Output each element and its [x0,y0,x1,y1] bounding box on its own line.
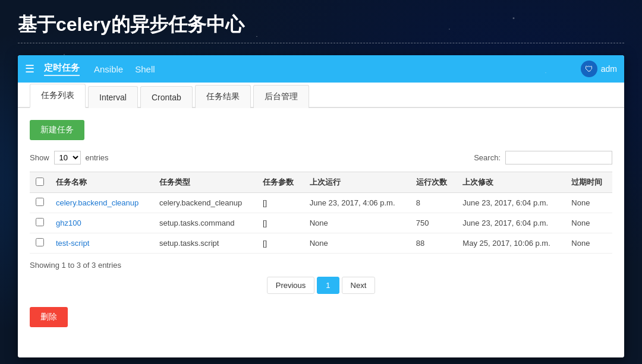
col-last-run: 上次运行 [304,172,410,193]
next-button[interactable]: Next [342,277,376,294]
pagination: Previous 1 Next [30,277,612,294]
row-run-count: 8 [410,193,457,213]
delete-button[interactable]: 删除 [30,307,68,327]
col-expires: 过期时间 [565,172,612,193]
show-entries: Show 10 25 50 entries [30,151,109,164]
row-checkbox-2[interactable] [36,238,44,246]
avatar: 🛡 [581,61,597,77]
row-task-name: test-script [50,233,153,254]
table-row: test-script setup.tasks.script [] None 8… [30,233,612,254]
row-expires: None [565,193,612,213]
table-controls: Show 10 25 50 entries Search: [30,151,612,164]
col-checkbox [30,172,50,193]
main-window: ☰ 定时任务 Ansible Shell 🛡 adm 任务列表 Interval… [18,55,624,357]
row-checkbox-cell [30,213,50,233]
row-task-type: setup.tasks.script [153,233,257,254]
task-name-link-1[interactable]: ghz100 [56,219,81,227]
row-run-count: 88 [410,233,457,254]
row-task-name: ghz100 [50,213,153,233]
search-box: Search: [474,151,612,164]
avatar-icon: 🛡 [585,64,593,74]
task-name-link-0[interactable]: celery.backend_cleanup [56,198,139,207]
tabs-row: 任务列表 Interval Crontab 任务结果 后台管理 [18,83,624,108]
footer-text: OSCAR 云计算开源产业大会 [0,344,642,354]
page-1-button[interactable]: 1 [317,277,339,294]
row-expires: None [565,213,612,233]
nav-brand[interactable]: 定时任务 [44,62,80,76]
row-checkbox-0[interactable] [36,198,44,206]
showing-info: Showing 1 to 3 of 3 entries [30,261,612,270]
col-task-params: 任务参数 [257,172,304,193]
table-row: celery.backend_cleanup celery.backend_cl… [30,193,612,213]
row-expires: None [565,233,612,254]
tab-admin[interactable]: 后台管理 [253,85,309,108]
navbar: ☰ 定时任务 Ansible Shell 🛡 adm [18,55,624,83]
header-checkbox[interactable] [36,178,44,186]
nav-item-ansible[interactable]: Ansible [94,64,123,74]
row-checkbox-cell [30,193,50,213]
row-last-run: None [304,213,410,233]
new-task-button[interactable]: 新建任务 [30,120,84,140]
table-header: 任务名称 任务类型 任务参数 上次运行 运行次数 上次修改 过期时间 [30,172,612,193]
show-label: Show [30,153,49,162]
menu-icon[interactable]: ☰ [25,62,34,75]
tab-task-results[interactable]: 任务结果 [195,85,251,108]
tab-task-list[interactable]: 任务列表 [30,84,86,108]
username: adm [601,64,617,74]
row-last-run: June 23, 2017, 4:06 p.m. [304,193,410,213]
row-last-modified: June 23, 2017, 6:04 p.m. [457,213,565,233]
col-task-name: 任务名称 [50,172,153,193]
row-checkbox-1[interactable] [36,218,44,226]
task-table: 任务名称 任务类型 任务参数 上次运行 运行次数 上次修改 过期时间 celer… [30,172,612,254]
nav-item-shell[interactable]: Shell [135,64,155,74]
row-last-run: None [304,233,410,254]
search-input[interactable] [505,151,612,164]
col-run-count: 运行次数 [410,172,457,193]
previous-button[interactable]: Previous [267,277,315,294]
task-name-link-2[interactable]: test-script [56,239,89,248]
col-last-modified: 上次修改 [457,172,565,193]
row-task-params: [] [257,193,304,213]
row-task-params: [] [257,213,304,233]
page-title: 基于celery的异步任务中心 [0,0,642,43]
row-last-modified: June 23, 2017, 6:04 p.m. [457,193,565,213]
nav-user: 🛡 adm [581,61,617,77]
col-task-type: 任务类型 [153,172,257,193]
tab-interval[interactable]: Interval [88,86,138,108]
row-task-type: setup.tasks.command [153,213,257,233]
content-area: 新建任务 Show 10 25 50 entries Search: [18,108,624,357]
entries-select[interactable]: 10 25 50 [54,151,81,164]
row-task-name: celery.backend_cleanup [50,193,153,213]
row-task-params: [] [257,233,304,254]
title-divider [18,43,624,43]
tab-crontab[interactable]: Crontab [140,86,193,108]
row-checkbox-cell [30,233,50,254]
row-last-modified: May 25, 2017, 10:06 p.m. [457,233,565,254]
row-run-count: 750 [410,213,457,233]
table-row: ghz100 setup.tasks.command [] None 750 J… [30,213,612,233]
entries-label: entries [86,153,109,162]
search-label: Search: [474,153,501,162]
row-task-type: celery.backend_cleanup [153,193,257,213]
table-body: celery.backend_cleanup celery.backend_cl… [30,193,612,254]
